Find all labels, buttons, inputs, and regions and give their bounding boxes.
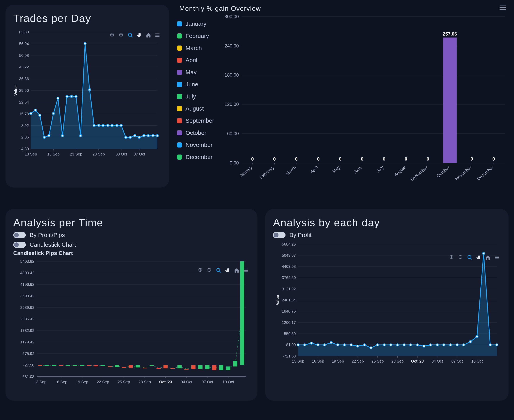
legend-item-february[interactable]: February — [177, 33, 214, 39]
pan-hand-icon[interactable] — [476, 254, 482, 261]
pan-hand-icon[interactable] — [224, 267, 231, 273]
legend-item-november[interactable]: November — [177, 142, 214, 148]
legend-item-may[interactable]: May — [177, 69, 214, 75]
svg-text:February: February — [259, 165, 275, 180]
legend-item-august[interactable]: August — [177, 105, 214, 112]
svg-text:15.78: 15.78 — [19, 112, 29, 116]
home-icon[interactable] — [145, 32, 152, 38]
svg-rect-186 — [101, 365, 105, 366]
svg-text:240.00: 240.00 — [224, 43, 239, 48]
zoom-out-icon[interactable] — [458, 254, 464, 261]
legend-item-january[interactable]: January — [177, 21, 214, 27]
svg-point-73 — [156, 135, 159, 137]
svg-rect-189 — [122, 367, 126, 368]
svg-rect-114 — [443, 38, 457, 163]
svg-point-277 — [410, 344, 412, 346]
menu-icon[interactable] — [499, 5, 506, 10]
svg-rect-196 — [171, 368, 175, 369]
svg-text:1840.75: 1840.75 — [282, 309, 296, 314]
svg-text:8.92: 8.92 — [21, 123, 29, 128]
svg-point-268 — [350, 344, 352, 346]
legend-item-december[interactable]: December — [177, 154, 214, 160]
svg-text:16 Sep: 16 Sep — [55, 380, 67, 384]
legend-label: April — [186, 57, 197, 63]
legend-swatch — [177, 142, 182, 148]
svg-point-266 — [337, 344, 339, 346]
toggle-candlestick-label: Candlestick Chart — [30, 241, 76, 248]
svg-text:13 Sep: 13 Sep — [34, 380, 46, 384]
svg-point-272 — [377, 344, 379, 346]
zoom-in-icon[interactable] — [198, 267, 204, 273]
trades-per-day-chart[interactable]: -4.802.068.9215.7822.6429.5036.3643.2250… — [13, 26, 161, 161]
candlestick-subtitle: Candlestick Pips Chart — [13, 250, 250, 256]
svg-point-57 — [84, 42, 86, 45]
zoom-out-icon[interactable] — [207, 267, 213, 273]
svg-text:1782.92: 1782.92 — [20, 328, 34, 333]
menu-icon[interactable] — [243, 267, 249, 273]
svg-text:0: 0 — [339, 156, 341, 162]
search-zoom-icon[interactable] — [467, 254, 473, 261]
legend-label: November — [186, 142, 212, 148]
toggle-by-profit[interactable] — [273, 232, 285, 238]
trades-toolbar — [109, 32, 161, 38]
svg-point-212 — [468, 255, 471, 259]
svg-rect-183 — [80, 365, 84, 366]
home-icon[interactable] — [234, 267, 240, 273]
legend-item-october[interactable]: October — [177, 129, 214, 136]
svg-text:0: 0 — [317, 156, 320, 162]
svg-point-68 — [134, 135, 136, 137]
svg-text:March: March — [285, 165, 297, 176]
menu-icon[interactable] — [154, 32, 161, 38]
pan-hand-icon[interactable] — [136, 32, 142, 38]
candlestick-chart[interactable]: -631.08-27.58575.921179.421782.922386.42… — [13, 257, 250, 390]
svg-text:Value: Value — [14, 85, 18, 96]
svg-point-263 — [317, 344, 319, 346]
svg-text:5403.92: 5403.92 — [20, 259, 34, 263]
svg-text:-721.58: -721.58 — [283, 354, 296, 358]
zoom-in-icon[interactable] — [109, 32, 116, 38]
svg-text:63.80: 63.80 — [19, 30, 29, 34]
analysis-time-title: Analysis per Time — [13, 217, 250, 229]
svg-text:2989.92: 2989.92 — [20, 305, 34, 310]
legend-swatch — [177, 118, 182, 123]
svg-text:0.00: 0.00 — [230, 160, 239, 165]
legend-item-september[interactable]: September — [177, 117, 214, 124]
svg-point-281 — [436, 344, 439, 346]
svg-point-70 — [143, 135, 145, 137]
legend-item-march[interactable]: March — [177, 45, 214, 51]
svg-point-260 — [297, 344, 299, 346]
toggle-by-profit-label: By Profit — [290, 232, 312, 238]
menu-icon[interactable] — [494, 254, 500, 261]
svg-text:07 Oct: 07 Oct — [452, 359, 463, 364]
svg-rect-188 — [115, 365, 119, 367]
legend-label: October — [186, 129, 206, 136]
legend-label: February — [186, 33, 209, 39]
svg-point-261 — [304, 344, 306, 346]
toggle-candlestick[interactable] — [13, 242, 26, 248]
legend-item-july[interactable]: July — [177, 93, 214, 100]
toggle-profit-pips[interactable] — [13, 232, 26, 238]
legend-item-june[interactable]: June — [177, 81, 214, 88]
svg-text:5684.25: 5684.25 — [282, 242, 296, 246]
search-zoom-icon[interactable] — [216, 267, 222, 273]
monthly-gain-chart[interactable]: 0.0060.00120.00180.00240.00300.000Januar… — [220, 15, 508, 186]
svg-point-280 — [429, 344, 432, 346]
svg-rect-178 — [45, 365, 49, 366]
svg-point-54 — [70, 95, 73, 98]
svg-point-71 — [147, 135, 149, 137]
svg-line-130 — [219, 271, 221, 272]
analysis-day-toolbar — [449, 254, 500, 261]
zoom-in-icon[interactable] — [449, 254, 455, 261]
search-zoom-icon[interactable] — [127, 32, 134, 38]
svg-text:07 Oct: 07 Oct — [134, 152, 145, 156]
legend-swatch — [177, 106, 182, 111]
svg-point-46 — [34, 109, 37, 111]
zoom-out-icon[interactable] — [118, 32, 125, 38]
svg-point-72 — [152, 135, 154, 137]
svg-text:60.00: 60.00 — [227, 131, 239, 136]
home-icon[interactable] — [485, 254, 491, 261]
legend-item-april[interactable]: April — [177, 57, 214, 63]
svg-point-67 — [129, 136, 131, 138]
svg-text:4196.92: 4196.92 — [20, 282, 34, 287]
svg-line-213 — [471, 258, 472, 260]
